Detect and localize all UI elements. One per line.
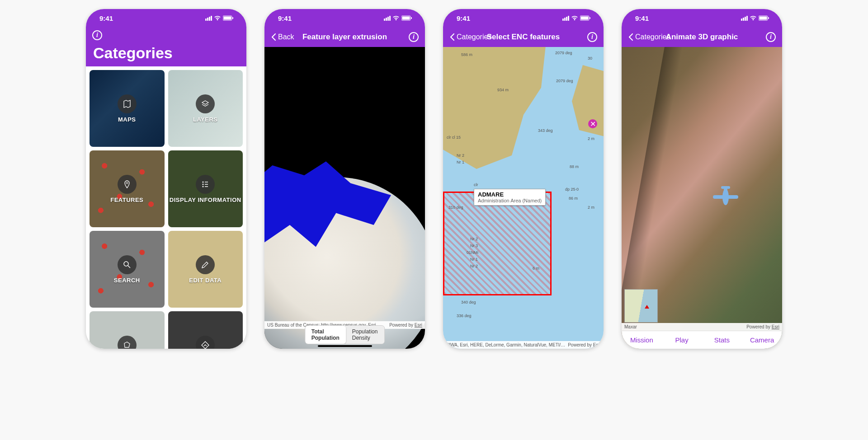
nav-bar: Categories Animate 3D graphic i: [622, 27, 782, 47]
category-tile-search[interactable]: SEARCH: [90, 231, 165, 308]
map-label: Nr 2: [470, 237, 478, 241]
map-label: 2 m: [588, 205, 594, 210]
svg-point-6: [203, 186, 204, 187]
wifi-icon: [750, 14, 757, 22]
category-tile-edit-data[interactable]: EDIT DATA: [168, 231, 243, 308]
map-label: clr cl 15: [447, 135, 461, 140]
scene-view[interactable]: US Bureau of the Census: http://www.cens…: [264, 47, 425, 349]
segment-total-population[interactable]: Total Population: [305, 326, 346, 344]
map-label: 340 deg: [461, 300, 476, 304]
map-view[interactable]: ✕ ADMARE Administration Area (Named) 586…: [443, 47, 604, 349]
category-tile-display-info[interactable]: DISPLAY INFORMATION: [168, 150, 243, 227]
airplane-graphic: [712, 183, 739, 210]
status-icons: [205, 14, 234, 22]
map-label: 6 m: [533, 266, 539, 271]
svg-point-5: [203, 183, 204, 185]
nav-title: Animate 3D graphic: [666, 33, 738, 42]
nav-bar: Categories Select ENC features i: [443, 27, 604, 47]
back-button[interactable]: Categories: [449, 33, 491, 41]
polygon-icon: [118, 336, 137, 349]
category-tile-features[interactable]: FEATURES: [90, 150, 165, 227]
map-label: Nr 1: [457, 160, 464, 164]
powered-by: Powered by Esri: [568, 342, 601, 347]
info-icon[interactable]: i: [587, 32, 597, 42]
callout-subtitle: Administration Area (Named): [478, 198, 542, 203]
phone-enc: 9:41 Categories Select ENC features i ✕ …: [443, 9, 604, 349]
scene-view[interactable]: Maxar Powered by Esri Mission Play Stats…: [622, 47, 782, 349]
category-tile-layers[interactable]: LAYERS: [168, 70, 243, 147]
tab-bar: Mission Play Stats Camera: [622, 331, 782, 349]
category-tile-geometry[interactable]: GEOMETRY: [90, 311, 165, 349]
map-label: Nr 1: [470, 257, 478, 262]
info-icon[interactable]: i: [766, 32, 776, 42]
info-icon[interactable]: i: [409, 32, 419, 42]
back-label: Categories: [635, 33, 670, 41]
map-label: 86 m: [569, 196, 578, 201]
map-label: dp 25·0: [565, 187, 579, 192]
list-icon: [196, 175, 215, 194]
back-label: Back: [278, 33, 294, 41]
attribution-text: NIWA, Esri, HERE, DeLorme, Garmin, Natur…: [446, 342, 565, 347]
chevron-left-icon: [271, 33, 276, 41]
tab-play[interactable]: Play: [662, 331, 702, 349]
map-label: 934 m: [497, 88, 509, 92]
tab-stats[interactable]: Stats: [702, 331, 742, 349]
battery-icon: [759, 14, 769, 22]
phone-extrusion: 9:41 Back Feature layer extrusion i US B…: [264, 9, 425, 349]
battery-icon: [401, 14, 412, 22]
status-time: 9:41: [635, 14, 649, 22]
segment-population-density[interactable]: Population Density: [346, 326, 385, 344]
map-label: clr: [474, 183, 478, 187]
svg-rect-12: [581, 16, 589, 19]
powered-by: Powered by Esri: [389, 323, 422, 328]
segmented-control[interactable]: Total Population Population Density: [305, 325, 385, 344]
signal-icon: [205, 16, 212, 21]
map-label: 586 m: [461, 52, 472, 57]
map-label: 336 deg: [457, 314, 472, 318]
svg-rect-2: [232, 17, 233, 19]
tab-camera[interactable]: Camera: [742, 331, 782, 349]
svg-rect-1: [224, 16, 231, 19]
svg-point-4: [203, 181, 204, 183]
map-label: 88 m: [570, 164, 579, 169]
map-label: 310 deg: [448, 205, 463, 210]
category-tile-maps[interactable]: MAPS: [90, 70, 165, 147]
status-bar: 9:41: [443, 9, 604, 27]
battery-icon: [223, 14, 234, 22]
home-indicator: [318, 345, 372, 347]
tile-label: DISPLAY INFORMATION: [170, 197, 241, 203]
back-button[interactable]: Categories: [628, 33, 670, 41]
info-icon[interactable]: i: [92, 30, 102, 40]
status-icons: [384, 14, 412, 22]
svg-rect-16: [768, 17, 769, 19]
chevron-left-icon: [449, 33, 455, 41]
map-label: 2079 deg: [555, 51, 572, 55]
svg-rect-15: [760, 16, 767, 19]
page-title: Categories: [86, 43, 246, 66]
nav-bar: Back Feature layer extrusion i: [264, 27, 425, 47]
svg-rect-10: [411, 17, 412, 19]
tab-mission[interactable]: Mission: [622, 331, 662, 349]
status-time: 9:41: [99, 14, 113, 22]
route-icon: [196, 336, 215, 349]
nav-bar: i: [86, 27, 246, 43]
status-icons: [562, 14, 591, 22]
wifi-icon: [214, 14, 221, 22]
nav-title: Select ENC features: [487, 33, 560, 42]
close-marker-icon[interactable]: ✕: [588, 119, 597, 128]
map-label: 343 deg: [538, 128, 553, 133]
status-time: 9:41: [457, 14, 470, 22]
svg-rect-13: [590, 17, 590, 19]
tile-label: SEARCH: [114, 277, 140, 284]
minimap[interactable]: [624, 289, 658, 323]
signal-icon: [384, 16, 391, 21]
tile-label: EDIT DATA: [189, 277, 222, 284]
status-icons: [741, 14, 769, 22]
category-tile-route[interactable]: ROUTE & DIRECTIONS: [168, 311, 243, 349]
feature-callout[interactable]: ADMARE Administration Area (Named): [474, 189, 546, 206]
tile-label: FEATURES: [110, 197, 143, 203]
map-icon: [118, 94, 137, 113]
chevron-left-icon: [628, 33, 633, 41]
back-button[interactable]: Back: [271, 33, 294, 41]
signal-icon: [562, 16, 569, 21]
